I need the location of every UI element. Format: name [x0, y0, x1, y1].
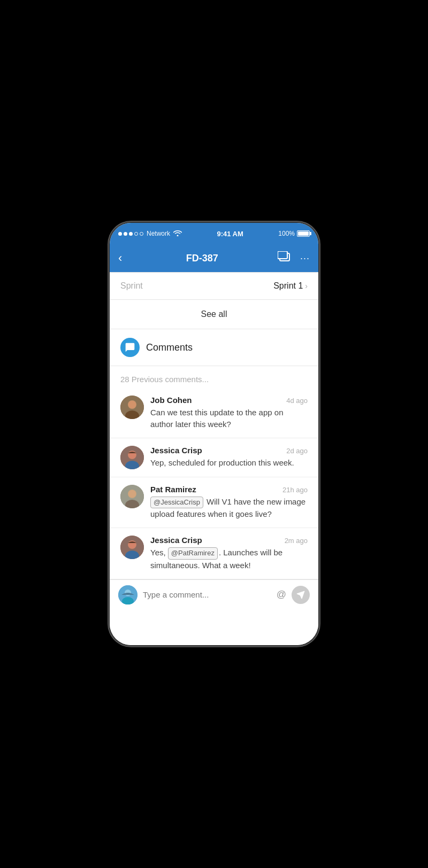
svg-point-5: [128, 401, 136, 408]
nav-bar: ‹ FD-387 ···: [110, 244, 318, 272]
status-time: 9:41 AM: [217, 230, 243, 238]
content-area: Sprint Sprint 1 › See all Comments 28 Pr…: [110, 272, 318, 645]
sprint-row[interactable]: Sprint Sprint 1 ›: [110, 273, 318, 299]
comment-author: Pat Ramirez: [150, 485, 196, 494]
signal-dot-3: [129, 232, 133, 236]
comment-author: Job Cohen: [150, 396, 192, 405]
see-all-button[interactable]: See all: [110, 299, 318, 329]
sprint-label: Sprint: [120, 281, 143, 291]
mention-tag: @PatRamirez: [168, 547, 218, 560]
status-bar: Network 9:41 AM 100%: [110, 223, 318, 244]
comment-body: Job Cohen 4d ago Can we test this update…: [150, 396, 308, 430]
signal-dot-2: [124, 232, 127, 236]
avatar: [120, 396, 144, 419]
status-right: 100%: [278, 230, 310, 237]
comment-header-row: Job Cohen 4d ago: [150, 396, 308, 405]
nav-actions: ···: [278, 251, 310, 265]
more-options-icon[interactable]: ···: [300, 253, 310, 264]
carrier-label: Network: [147, 230, 170, 237]
comment-header-row: Pat Ramirez 21h ago: [150, 485, 308, 494]
avatar: [120, 536, 144, 559]
comment-time: 21h ago: [282, 486, 308, 494]
comment-text: Can we test this update to the app on au…: [150, 407, 308, 430]
wifi-icon: [173, 229, 182, 238]
mention-tag: @JessicaCrisp: [150, 497, 203, 509]
comments-title: Comments: [146, 342, 193, 353]
signal-dot-1: [118, 232, 122, 236]
comment-input-area: @: [110, 579, 318, 610]
back-button[interactable]: ‹: [118, 249, 126, 267]
signal-dots: [118, 232, 143, 236]
send-button[interactable]: [292, 586, 310, 604]
comment-header-row: Jessica Crisp 2m ago: [150, 536, 308, 545]
comments-header: Comments: [110, 329, 318, 366]
nav-title: FD-387: [186, 253, 218, 264]
comment-item: Pat Ramirez 21h ago @JessicaCrisp Will V…: [110, 477, 318, 529]
phone-frame: Network 9:41 AM 100% ‹ FD-387: [110, 223, 318, 645]
comment-time: 2d ago: [286, 447, 308, 455]
battery-icon: [297, 230, 310, 237]
comment-item: Jessica Crisp 2m ago Yes, @PatRamirez. L…: [110, 528, 318, 579]
avatar: [120, 485, 144, 508]
comments-icon: [120, 338, 140, 357]
comment-text: @JessicaCrisp Will V1 have the new image…: [150, 496, 308, 521]
comment-time: 4d ago: [286, 397, 308, 405]
comment-item: Job Cohen 4d ago Can we test this update…: [110, 388, 318, 438]
battery-fill: [298, 231, 309, 236]
comment-item: Jessica Crisp 2d ago Yep, scheduled for …: [110, 438, 318, 477]
battery-pct: 100%: [278, 230, 295, 237]
previous-comments-label: 28 Previous comments...: [110, 366, 318, 388]
svg-point-13: [128, 490, 136, 498]
screen-icon[interactable]: [278, 251, 292, 265]
comment-header-row: Jessica Crisp 2d ago: [150, 446, 308, 455]
comment-author: Jessica Crisp: [150, 536, 202, 545]
status-left: Network: [118, 229, 182, 238]
comment-body: Pat Ramirez 21h ago @JessicaCrisp Will V…: [150, 485, 308, 521]
comment-text: Yes, @PatRamirez. Launches will be simul…: [150, 547, 308, 571]
comment-input[interactable]: [143, 590, 271, 599]
current-user-avatar: [118, 585, 137, 604]
comment-body: Jessica Crisp 2m ago Yes, @PatRamirez. L…: [150, 536, 308, 571]
signal-dot-5: [140, 232, 143, 236]
sprint-value-text: Sprint 1: [273, 281, 303, 291]
comment-author: Jessica Crisp: [150, 446, 202, 455]
comment-text: Yep, scheduled for production this week.: [150, 457, 308, 469]
at-mention-button[interactable]: @: [277, 589, 286, 600]
signal-dot-4: [134, 232, 138, 236]
sprint-value: Sprint 1 ›: [273, 281, 308, 291]
comment-time: 2m ago: [285, 537, 308, 545]
comment-body: Jessica Crisp 2d ago Yep, scheduled for …: [150, 446, 308, 469]
see-all-label: See all: [201, 309, 227, 319]
sprint-chevron-icon: ›: [305, 282, 308, 290]
avatar: [120, 446, 144, 469]
svg-rect-1: [278, 251, 287, 259]
